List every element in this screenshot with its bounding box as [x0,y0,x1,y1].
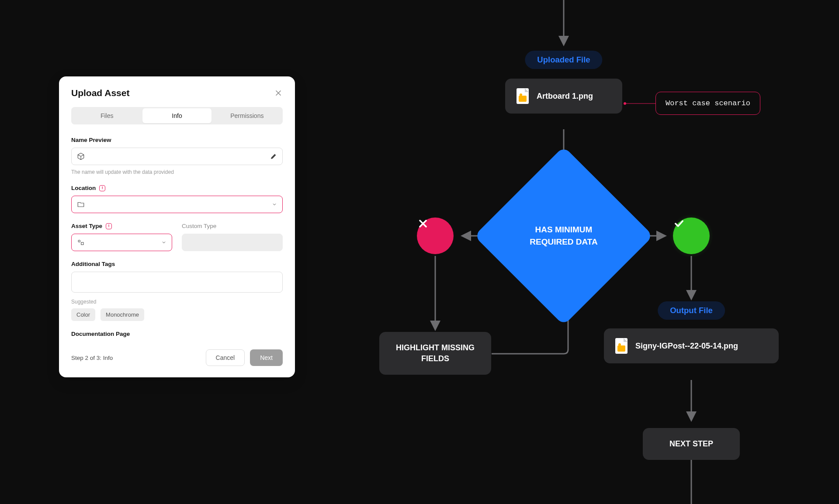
cancel-button[interactable]: Cancel [206,349,245,366]
name-preview-helper: The name will update with the data provi… [71,169,283,175]
svg-point-1 [78,240,80,242]
asset-type-label: Asset Type ! [71,223,172,229]
step-indicator: Step 2 of 3: Info [71,355,113,361]
tab-info[interactable]: Info [142,108,211,123]
location-select[interactable] [71,196,283,213]
tab-files[interactable]: Files [73,108,141,123]
required-badge-icon: ! [99,185,105,191]
uploaded-file-pill-label: Uploaded File [537,55,590,64]
uploaded-file-pill: Uploaded File [525,51,602,69]
decision-text: HAS MINIMUM REQUIRED DATA [518,224,610,248]
pencil-icon[interactable] [270,153,277,160]
image-file-icon [615,338,628,354]
chevron-down-icon [272,202,277,207]
close-icon[interactable] [274,89,283,97]
upload-asset-modal: Upload Asset Files Info Permissions Name… [59,76,295,377]
highlight-missing-node: HIGHLIGHT MISSING FIELDS [379,332,491,375]
modal-title: Upload Asset [71,88,129,98]
success-indicator [673,217,710,254]
name-preview-label: Name Preview [71,137,283,143]
check-icon [673,217,685,230]
additional-tags-input[interactable] [71,272,283,293]
custom-type-input [182,234,283,251]
input-file-name: Artboard 1.png [537,92,593,101]
input-file-node: Artboard 1.png [505,79,622,114]
chevron-down-icon [161,240,166,245]
additional-tags-label: Additional Tags [71,261,283,267]
custom-type-label: Custom Type [182,223,283,229]
asset-type-select[interactable] [71,234,172,251]
suggested-label: Suggested [71,299,283,305]
next-step-node: NEXT STEP [643,428,740,460]
image-file-icon [517,88,529,104]
worst-case-annotation: Worst case scenario [655,92,760,115]
output-file-pill: Output File [658,301,725,320]
folder-icon [77,200,85,208]
svg-rect-2 [81,242,83,245]
tab-permissions[interactable]: Permissions [213,108,281,123]
shapes-icon [77,238,85,246]
name-preview-input[interactable] [71,148,283,165]
suggested-tag-color[interactable]: Color [71,308,95,321]
package-icon [77,152,85,160]
suggested-tag-monochrome[interactable]: Monochrome [101,308,144,321]
output-file-node: Signy-IGPost--22-05-14.png [604,328,779,363]
fail-indicator [417,217,454,254]
next-button[interactable]: Next [250,349,283,366]
x-icon [417,217,429,230]
tab-strip: Files Info Permissions [71,107,283,124]
decision-diamond: HAS MINIMUM REQUIRED DATA [500,173,627,299]
required-badge-icon: ! [106,223,112,229]
output-file-name: Signy-IGPost--22-05-14.png [635,342,738,351]
location-label: Location ! [71,185,283,191]
documentation-label: Documentation Page [71,331,283,337]
